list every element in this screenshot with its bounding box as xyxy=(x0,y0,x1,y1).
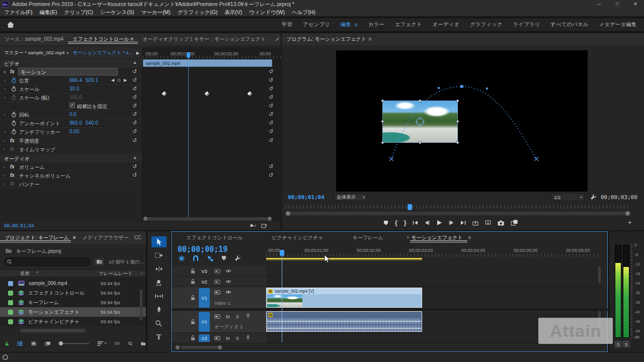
scale-row[interactable]: › スケール 30.0 ↺ xyxy=(0,85,142,93)
project-horizontal-scrollbar[interactable] xyxy=(20,329,86,332)
reset-icon[interactable]: ↺ xyxy=(132,77,137,83)
track-target-a1[interactable]: A1 xyxy=(199,312,210,332)
track-name-a1[interactable]: オーディオ 1 xyxy=(214,324,243,330)
reset-icon[interactable]: ↺ xyxy=(269,69,273,74)
solo-button[interactable]: S xyxy=(236,336,239,341)
audio-clip-sample002[interactable]: fx xyxy=(266,311,422,332)
insert-as-nest-toggle[interactable] xyxy=(179,255,185,261)
maximize-button[interactable]: □ xyxy=(609,0,626,8)
motion-effect-row[interactable]: ∨ fx モーション ↺ xyxy=(0,68,142,76)
work-area-bar[interactable] xyxy=(266,258,422,259)
twirl-open-icon[interactable]: ∨ xyxy=(3,69,7,74)
twirl-icon[interactable]: › xyxy=(4,78,6,83)
fx-timeline-clip-bar[interactable]: sample_002.mp4 xyxy=(143,59,272,67)
menu-view[interactable]: 表示(V) xyxy=(224,9,242,16)
program-panel-menu-icon[interactable]: ≡ xyxy=(369,33,376,45)
track-target-v3[interactable]: V3 xyxy=(199,268,210,275)
uniform-scale-checkbox[interactable]: ✓ xyxy=(69,103,75,108)
keyframe-icon[interactable] xyxy=(162,92,167,97)
transform-handle[interactable] xyxy=(381,141,384,144)
search-input-field[interactable] xyxy=(14,258,89,266)
tab-timeline-keyframe[interactable]: キーフレーム xyxy=(348,232,388,244)
label-chip-green[interactable] xyxy=(8,310,13,315)
extract-button[interactable] xyxy=(485,220,491,226)
transform-handle[interactable] xyxy=(456,141,459,144)
stopwatch-icon[interactable] xyxy=(11,77,17,83)
column-name[interactable]: 名前 xyxy=(20,270,30,277)
tab-media-browser[interactable]: メディアブラウザー xyxy=(78,232,133,244)
add-keyframe-icon[interactable]: ◇ xyxy=(117,77,121,82)
transform-handle[interactable] xyxy=(456,120,459,123)
position-y-value[interactable]: 509.1 xyxy=(86,77,98,83)
track-target-v2[interactable]: V2 xyxy=(199,279,210,285)
menu-graphics[interactable]: グラフィック(G) xyxy=(178,9,218,16)
opacity-row[interactable]: › fx 不透明度 ↺ xyxy=(0,137,142,145)
master-dropdown-icon[interactable]: ▾ xyxy=(67,51,69,55)
reset-icon[interactable]: ↺ xyxy=(269,129,273,134)
anchor-point-icon[interactable] xyxy=(415,116,426,127)
pen-tool[interactable] xyxy=(151,304,167,315)
twirl-icon[interactable]: › xyxy=(3,138,5,143)
program-scroll-right-knob[interactable] xyxy=(625,211,630,216)
fx-ruler-ticks[interactable] xyxy=(143,56,281,58)
go-to-in-button[interactable] xyxy=(413,220,418,225)
create-search-bin-button[interactable] xyxy=(94,257,105,266)
volume-row[interactable]: › fx ボリューム ↺ xyxy=(0,163,142,171)
collapse-icon[interactable]: ▲ xyxy=(133,60,137,65)
menu-marker[interactable]: マーカー(M) xyxy=(141,9,170,16)
twirl-icon[interactable]: › xyxy=(4,86,6,92)
anchor-point-row[interactable]: アンカーポイント 960.0 540.0 ↺ xyxy=(0,119,142,127)
label-chip-green[interactable] xyxy=(8,300,13,305)
tab-cc-libraries[interactable]: CC xyxy=(133,232,142,244)
menu-clip[interactable]: クリップ(C) xyxy=(64,9,93,16)
timeline-ruler[interactable]: ;00;00 00;00;01;00 00;00;02;00 00;00;03;… xyxy=(266,247,600,258)
fx-playhead-line[interactable] xyxy=(188,57,189,218)
menu-help[interactable]: ヘルプ(H) xyxy=(292,9,315,16)
track-lock-icon[interactable] xyxy=(191,279,195,284)
step-back-button[interactable] xyxy=(425,220,430,225)
sync-lock-icon[interactable] xyxy=(214,280,220,284)
time-remap-row[interactable]: › fx タイムリマップ xyxy=(0,145,142,153)
settings-wrench-icon[interactable] xyxy=(590,194,597,200)
tab-effect-controls[interactable]: エフェクトコントロール xyxy=(68,33,133,45)
track-target-v1[interactable]: V1 xyxy=(199,288,210,308)
workspace-tab-color[interactable]: カラー xyxy=(368,21,384,28)
label-chip-green[interactable] xyxy=(8,319,13,324)
reset-icon[interactable]: ↺ xyxy=(132,69,137,74)
twirl-icon[interactable]: › xyxy=(3,173,5,178)
workspace-tab-metadata[interactable]: メタデータ編集 xyxy=(599,21,636,28)
reset-icon[interactable]: ↺ xyxy=(269,120,273,126)
sort-ascending-icon[interactable]: ^ xyxy=(36,270,38,276)
new-bin-button[interactable] xyxy=(141,341,146,346)
track-header-v1[interactable]: V1 Video 1 xyxy=(172,287,266,309)
home-button[interactable] xyxy=(3,20,18,30)
workspace-tab-learning[interactable]: 学習 xyxy=(282,21,292,28)
timeline-horizontal-scrollbar[interactable] xyxy=(181,346,218,349)
track-target-a2[interactable]: A2 xyxy=(199,334,210,342)
button-editor-button[interactable]: + xyxy=(628,219,632,226)
tab-audio-clip-mixer[interactable]: オーディオクリップミキサー：モーションエフェクト xyxy=(138,33,270,45)
selection-tool[interactable] xyxy=(151,236,167,247)
program-timecode[interactable]: 00;00;01;04 xyxy=(288,194,325,201)
voiceover-mic-icon[interactable] xyxy=(246,313,250,319)
sync-lock-icon[interactable] xyxy=(214,290,220,295)
timeline-timecode[interactable]: 00;00;00;19 xyxy=(178,245,227,254)
position-x-value[interactable]: 666.4 xyxy=(69,77,82,83)
track-lock-icon[interactable] xyxy=(191,268,195,274)
reset-icon[interactable]: ↺ xyxy=(132,138,137,143)
column-framerate[interactable]: フレームレート xyxy=(99,270,133,277)
program-playhead[interactable] xyxy=(408,204,412,210)
expand-sequence-icon[interactable]: ▶ xyxy=(136,51,139,55)
tab-program-monitor[interactable]: プログラム: モーションエフェクト xyxy=(282,33,371,45)
project-row-motioneffect-selected[interactable]: モーションエフェクト 59.94 fps xyxy=(0,307,146,317)
track-header-v2[interactable]: V2 xyxy=(172,277,266,287)
collapse-icon[interactable]: ▲ xyxy=(133,155,137,160)
reset-icon[interactable]: ↺ xyxy=(132,86,137,92)
export-frame-button[interactable] xyxy=(498,220,504,226)
tab-timeline-pip[interactable]: ピクチャインピクチャ xyxy=(267,232,328,244)
label-chip-blue[interactable] xyxy=(8,281,13,286)
status-sync-icon[interactable] xyxy=(3,354,8,360)
workspace-tab-effects[interactable]: エフェクト xyxy=(395,21,422,28)
keyframe-icon[interactable] xyxy=(248,92,253,97)
track-lane-v2[interactable] xyxy=(266,277,600,287)
